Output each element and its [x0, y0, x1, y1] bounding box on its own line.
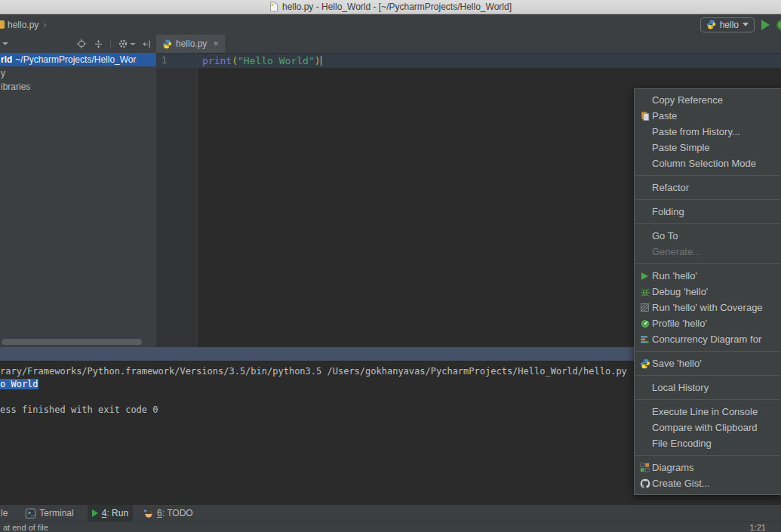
- editor-context-menu: Copy Reference Paste Paste from History.…: [634, 88, 781, 495]
- tab-label: hello.py: [176, 38, 207, 49]
- editor-tab-bar: hello.py ✕: [156, 35, 781, 53]
- menu-item-go-to[interactable]: Go To: [635, 228, 781, 244]
- icon-slot-empty: [638, 406, 651, 417]
- menu-item-paste-from-history[interactable]: Paste from History...: [635, 124, 781, 140]
- menu-item-local-history[interactable]: Local History: [635, 380, 781, 395]
- icon-slot-empty: [638, 182, 651, 193]
- toolwindow-tab-terminal[interactable]: >_ Terminal: [21, 505, 78, 521]
- menu-separator: [635, 375, 780, 376]
- menu-item-label: Concurrency Diagram for: [652, 334, 761, 345]
- run-icon: [638, 270, 651, 281]
- menu-item-label: Copy Reference: [652, 94, 723, 106]
- pycharm-window: hello.py - Hello_World - [~/PycharmProje…: [0, 0, 781, 532]
- editor-tab-hello-py[interactable]: hello.py ✕: [156, 35, 225, 53]
- menu-item-run-hello[interactable]: Run 'hello': [635, 268, 781, 284]
- run-label-rest: : Run: [106, 508, 128, 518]
- menu-item-label: File Encoding: [652, 438, 712, 449]
- toolbar-separator: [110, 39, 111, 49]
- menu-item-label: Save 'hello': [652, 358, 702, 369]
- menu-separator: [635, 223, 780, 224]
- menu-item-folding[interactable]: Folding: [635, 204, 781, 220]
- debug-bug-icon: [638, 286, 651, 297]
- menu-separator: [635, 175, 780, 176]
- caret-position-indicator[interactable]: 1:21: [750, 523, 766, 532]
- toolwindow-tab-todo[interactable]: 6: TODO: [139, 505, 198, 521]
- profiler-icon: [638, 318, 651, 329]
- breadcrumb-file[interactable]: hello.py: [8, 20, 38, 30]
- menu-item-run-with-coverage[interactable]: Run 'hello' with Coverage: [635, 300, 781, 315]
- title-bar: hello.py - Hello_World - [~/PycharmProje…: [0, 0, 781, 14]
- locate-file-icon[interactable]: [76, 38, 87, 49]
- menu-item-refactor[interactable]: Refactor: [635, 180, 781, 195]
- menu-item-paste-simple[interactable]: Paste Simple: [635, 140, 781, 155]
- hide-panel-icon[interactable]: [143, 39, 152, 49]
- icon-slot-empty: [638, 422, 651, 433]
- terminal-icon: >_: [26, 509, 35, 518]
- toolwindow-bar: le >_ Terminal 4: Run 6: TODO: [0, 504, 781, 521]
- menu-item-diagrams[interactable]: Diagrams: [635, 460, 781, 475]
- run-button[interactable]: [761, 20, 770, 30]
- icon-slot-empty: [638, 142, 651, 153]
- file-name-clipped: y: [1, 68, 5, 78]
- menu-item-execute-line-in-console[interactable]: Execute Line in Console: [635, 404, 781, 420]
- close-icon[interactable]: ✕: [213, 40, 219, 48]
- run-toolbar: hello: [700, 17, 781, 32]
- run-configuration-name: hello: [720, 20, 739, 30]
- project-file-row[interactable]: y: [0, 66, 156, 80]
- menu-item-save-hello[interactable]: Save 'hello': [635, 355, 781, 371]
- project-view-dropdown-icon[interactable]: [2, 42, 8, 45]
- icon-slot-empty: [638, 382, 651, 393]
- menu-item-create-gist[interactable]: Create Gist...: [635, 475, 781, 491]
- menu-item-label: Go To: [652, 230, 678, 241]
- menu-item-paste[interactable]: Paste: [635, 108, 781, 124]
- menu-item-label: Refactor: [652, 182, 689, 193]
- icon-slot-empty: [638, 246, 651, 257]
- run-configuration-select[interactable]: hello: [700, 17, 755, 32]
- python-icon: [706, 20, 716, 29]
- icon-slot-empty: [638, 126, 651, 137]
- menu-item-label: Compare with Clipboard: [652, 422, 757, 433]
- menu-item-column-selection-mode[interactable]: Column Selection Mode: [635, 155, 781, 171]
- line-number: 1: [161, 54, 167, 68]
- github-icon: [638, 478, 651, 489]
- menu-item-label: Paste: [652, 110, 677, 121]
- collapse-all-icon[interactable]: [94, 39, 103, 49]
- menu-item-profile-hello[interactable]: Profile 'hello': [635, 315, 781, 331]
- status-bar: at end of file 1:21: [0, 521, 781, 532]
- menu-separator: [635, 263, 780, 264]
- top-row: hello.py ✕: [0, 35, 781, 53]
- menu-item-file-encoding[interactable]: File Encoding: [635, 435, 781, 451]
- menu-item-label: Create Gist...: [652, 478, 710, 489]
- menu-item-label: Generate...: [652, 246, 701, 257]
- icon-slot-empty: [638, 158, 651, 169]
- app-doc-icon: [269, 2, 278, 12]
- project-name-clipped: rld: [1, 54, 12, 65]
- menu-item-compare-with-clipboard[interactable]: Compare with Clipboard: [635, 420, 781, 435]
- menu-separator: [635, 351, 780, 352]
- menu-item-concurrency-diagram[interactable]: Concurrency Diagram for: [635, 331, 781, 347]
- navigation-bar: hello.py › hello: [0, 14, 781, 35]
- toolwindow-tab-clipped[interactable]: le: [1, 508, 8, 518]
- editor-gutter: [156, 53, 198, 347]
- code-line[interactable]: print("Hello World"): [202, 54, 321, 68]
- menu-item-label: Local History: [652, 382, 709, 393]
- project-root-row[interactable]: rld ~/PycharmProjects/Hello_Wor: [0, 53, 156, 66]
- external-libraries-row[interactable]: ibraries: [0, 80, 156, 94]
- text-caret: [321, 56, 321, 66]
- debug-button-clipped[interactable]: [776, 20, 781, 30]
- terminal-label: Terminal: [39, 508, 73, 518]
- toolwindow-tab-run[interactable]: 4: Run: [88, 505, 133, 521]
- menu-item-label: Run 'hello' with Coverage: [652, 302, 763, 313]
- menu-item-label: Profile 'hello': [652, 318, 707, 329]
- menu-item-label: Paste from History...: [652, 126, 740, 137]
- todo-icon: [143, 509, 153, 518]
- project-panel-toolbar: [0, 35, 156, 53]
- menu-separator: [635, 399, 780, 400]
- gear-dropdown-arrow: [130, 43, 136, 45]
- horizontal-scrollbar[interactable]: [2, 339, 142, 345]
- todo-tab-label: 6: TODO: [157, 508, 193, 518]
- gear-settings-icon[interactable]: [118, 38, 136, 49]
- run-toolwindow-icon: [92, 509, 98, 517]
- menu-item-debug-hello[interactable]: Debug 'hello': [635, 284, 781, 300]
- menu-item-copy-reference[interactable]: Copy Reference: [635, 92, 781, 108]
